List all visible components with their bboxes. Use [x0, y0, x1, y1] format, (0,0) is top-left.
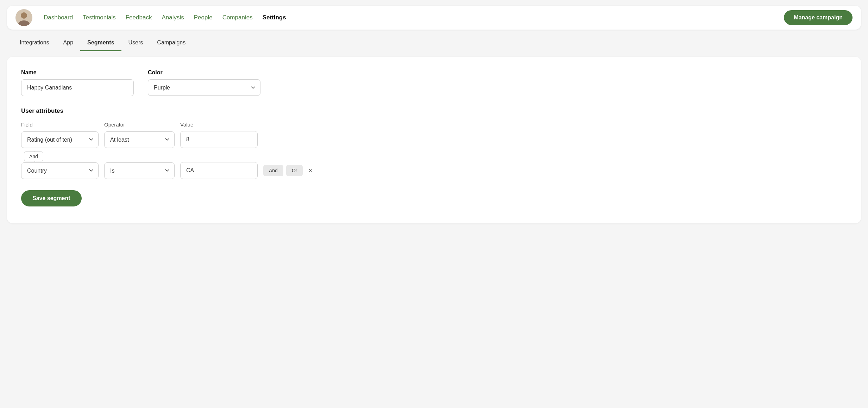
and-connector-button[interactable]: And — [24, 152, 43, 161]
or-action-button[interactable]: Or — [286, 165, 303, 176]
nav-testimonials[interactable]: Testimonials — [83, 14, 116, 21]
operator-select-1[interactable]: At least At most Is Is not — [104, 131, 175, 148]
main-content: Name Color Purple Red Blue Green Orange … — [7, 57, 861, 223]
operator-select-wrapper-2: Is Is not Contains — [104, 162, 175, 179]
remove-row-button[interactable]: × — [306, 166, 315, 176]
save-segment-button[interactable]: Save segment — [21, 190, 82, 206]
field-select-2[interactable]: Rating (out of ten) Country Name Email A… — [21, 162, 99, 179]
tab-users[interactable]: Users — [121, 35, 150, 51]
attributes-headers: Field Operator Value — [21, 122, 847, 128]
and-action-button[interactable]: And — [263, 165, 283, 176]
field-select-1[interactable]: Rating (out of ten) Country Name Email A… — [21, 131, 99, 148]
attribute-row-1: Rating (out of ten) Country Name Email A… — [21, 131, 847, 148]
nav-people[interactable]: People — [194, 14, 213, 21]
tab-campaigns[interactable]: Campaigns — [150, 35, 193, 51]
name-label: Name — [21, 69, 134, 76]
nav-links: Dashboard Testimonials Feedback Analysis… — [44, 14, 773, 21]
tab-integrations[interactable]: Integrations — [13, 35, 56, 51]
operator-select-2[interactable]: Is Is not Contains — [104, 162, 175, 179]
name-input[interactable] — [21, 79, 134, 96]
nav-feedback[interactable]: Feedback — [126, 14, 152, 21]
attribute-row-2: Rating (out of ten) Country Name Email A… — [21, 162, 847, 179]
field-select-wrapper-1: Rating (out of ten) Country Name Email A… — [21, 131, 99, 148]
nav-analysis[interactable]: Analysis — [162, 14, 184, 21]
svg-point-1 — [21, 12, 27, 19]
user-attributes-title: User attributes — [21, 107, 847, 115]
avatar[interactable] — [15, 9, 32, 26]
sub-navigation: Integrations App Segments Users Campaign… — [7, 35, 861, 51]
operator-select-wrapper-1: At least At most Is Is not — [104, 131, 175, 148]
manage-campaign-button[interactable]: Manage campaign — [784, 10, 853, 25]
color-group: Color Purple Red Blue Green Orange Yello… — [148, 69, 260, 96]
tab-app[interactable]: App — [56, 35, 80, 51]
top-navigation: Dashboard Testimonials Feedback Analysis… — [7, 6, 861, 30]
value-input-2[interactable] — [180, 162, 258, 179]
color-select[interactable]: Purple Red Blue Green Orange Yellow — [148, 79, 260, 96]
nav-settings[interactable]: Settings — [263, 14, 286, 21]
value-input-1[interactable] — [180, 131, 258, 148]
value-header: Value — [180, 122, 258, 128]
name-group: Name — [21, 69, 134, 96]
color-select-wrapper: Purple Red Blue Green Orange Yellow — [148, 79, 260, 96]
color-label: Color — [148, 69, 260, 76]
row-actions-2: And Or × — [263, 165, 315, 176]
operator-header: Operator — [104, 122, 175, 128]
nav-dashboard[interactable]: Dashboard — [44, 14, 73, 21]
and-connector-container: And — [21, 151, 847, 162]
tab-segments[interactable]: Segments — [80, 35, 121, 51]
nav-companies[interactable]: Companies — [222, 14, 253, 21]
field-header: Field — [21, 122, 99, 128]
name-color-row: Name Color Purple Red Blue Green Orange … — [21, 69, 847, 96]
field-select-wrapper-2: Rating (out of ten) Country Name Email A… — [21, 162, 99, 179]
